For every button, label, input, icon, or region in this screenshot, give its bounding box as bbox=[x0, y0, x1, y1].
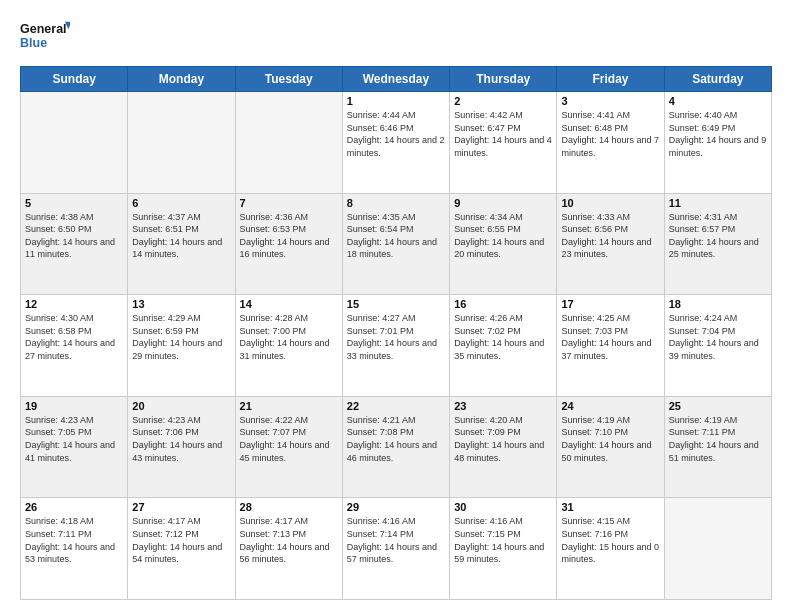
day-cell: 30Sunrise: 4:16 AM Sunset: 7:15 PM Dayli… bbox=[450, 498, 557, 600]
day-cell: 2Sunrise: 4:42 AM Sunset: 6:47 PM Daylig… bbox=[450, 92, 557, 194]
day-cell bbox=[128, 92, 235, 194]
col-header-wednesday: Wednesday bbox=[342, 67, 449, 92]
day-cell: 19Sunrise: 4:23 AM Sunset: 7:05 PM Dayli… bbox=[21, 396, 128, 498]
day-number: 18 bbox=[669, 298, 767, 310]
day-cell: 21Sunrise: 4:22 AM Sunset: 7:07 PM Dayli… bbox=[235, 396, 342, 498]
logo: General Blue bbox=[20, 16, 70, 56]
day-info: Sunrise: 4:29 AM Sunset: 6:59 PM Dayligh… bbox=[132, 312, 230, 362]
day-cell: 27Sunrise: 4:17 AM Sunset: 7:12 PM Dayli… bbox=[128, 498, 235, 600]
day-cell: 20Sunrise: 4:23 AM Sunset: 7:06 PM Dayli… bbox=[128, 396, 235, 498]
day-cell: 11Sunrise: 4:31 AM Sunset: 6:57 PM Dayli… bbox=[664, 193, 771, 295]
day-cell bbox=[21, 92, 128, 194]
day-cell: 23Sunrise: 4:20 AM Sunset: 7:09 PM Dayli… bbox=[450, 396, 557, 498]
day-cell: 5Sunrise: 4:38 AM Sunset: 6:50 PM Daylig… bbox=[21, 193, 128, 295]
day-info: Sunrise: 4:33 AM Sunset: 6:56 PM Dayligh… bbox=[561, 211, 659, 261]
day-info: Sunrise: 4:40 AM Sunset: 6:49 PM Dayligh… bbox=[669, 109, 767, 159]
day-info: Sunrise: 4:37 AM Sunset: 6:51 PM Dayligh… bbox=[132, 211, 230, 261]
day-info: Sunrise: 4:31 AM Sunset: 6:57 PM Dayligh… bbox=[669, 211, 767, 261]
day-info: Sunrise: 4:38 AM Sunset: 6:50 PM Dayligh… bbox=[25, 211, 123, 261]
day-number: 28 bbox=[240, 501, 338, 513]
day-info: Sunrise: 4:41 AM Sunset: 6:48 PM Dayligh… bbox=[561, 109, 659, 159]
day-info: Sunrise: 4:23 AM Sunset: 7:05 PM Dayligh… bbox=[25, 414, 123, 464]
day-cell: 15Sunrise: 4:27 AM Sunset: 7:01 PM Dayli… bbox=[342, 295, 449, 397]
day-info: Sunrise: 4:16 AM Sunset: 7:14 PM Dayligh… bbox=[347, 515, 445, 565]
day-cell: 16Sunrise: 4:26 AM Sunset: 7:02 PM Dayli… bbox=[450, 295, 557, 397]
day-number: 26 bbox=[25, 501, 123, 513]
logo-svg: General Blue bbox=[20, 16, 70, 56]
day-info: Sunrise: 4:30 AM Sunset: 6:58 PM Dayligh… bbox=[25, 312, 123, 362]
day-number: 9 bbox=[454, 197, 552, 209]
day-info: Sunrise: 4:44 AM Sunset: 6:46 PM Dayligh… bbox=[347, 109, 445, 159]
day-cell: 10Sunrise: 4:33 AM Sunset: 6:56 PM Dayli… bbox=[557, 193, 664, 295]
day-cell: 8Sunrise: 4:35 AM Sunset: 6:54 PM Daylig… bbox=[342, 193, 449, 295]
day-info: Sunrise: 4:22 AM Sunset: 7:07 PM Dayligh… bbox=[240, 414, 338, 464]
day-cell: 18Sunrise: 4:24 AM Sunset: 7:04 PM Dayli… bbox=[664, 295, 771, 397]
week-row-4: 19Sunrise: 4:23 AM Sunset: 7:05 PM Dayli… bbox=[21, 396, 772, 498]
day-info: Sunrise: 4:19 AM Sunset: 7:11 PM Dayligh… bbox=[669, 414, 767, 464]
day-number: 6 bbox=[132, 197, 230, 209]
day-number: 31 bbox=[561, 501, 659, 513]
day-number: 10 bbox=[561, 197, 659, 209]
day-number: 23 bbox=[454, 400, 552, 412]
day-number: 5 bbox=[25, 197, 123, 209]
day-number: 27 bbox=[132, 501, 230, 513]
page: General Blue SundayMondayTuesdayWednesda… bbox=[0, 0, 792, 612]
col-header-tuesday: Tuesday bbox=[235, 67, 342, 92]
day-info: Sunrise: 4:42 AM Sunset: 6:47 PM Dayligh… bbox=[454, 109, 552, 159]
day-cell: 7Sunrise: 4:36 AM Sunset: 6:53 PM Daylig… bbox=[235, 193, 342, 295]
col-header-sunday: Sunday bbox=[21, 67, 128, 92]
day-info: Sunrise: 4:25 AM Sunset: 7:03 PM Dayligh… bbox=[561, 312, 659, 362]
day-cell: 22Sunrise: 4:21 AM Sunset: 7:08 PM Dayli… bbox=[342, 396, 449, 498]
day-cell: 6Sunrise: 4:37 AM Sunset: 6:51 PM Daylig… bbox=[128, 193, 235, 295]
day-info: Sunrise: 4:27 AM Sunset: 7:01 PM Dayligh… bbox=[347, 312, 445, 362]
day-cell: 12Sunrise: 4:30 AM Sunset: 6:58 PM Dayli… bbox=[21, 295, 128, 397]
day-info: Sunrise: 4:34 AM Sunset: 6:55 PM Dayligh… bbox=[454, 211, 552, 261]
day-cell bbox=[235, 92, 342, 194]
day-cell: 13Sunrise: 4:29 AM Sunset: 6:59 PM Dayli… bbox=[128, 295, 235, 397]
day-cell: 28Sunrise: 4:17 AM Sunset: 7:13 PM Dayli… bbox=[235, 498, 342, 600]
day-number: 30 bbox=[454, 501, 552, 513]
day-number: 25 bbox=[669, 400, 767, 412]
day-info: Sunrise: 4:17 AM Sunset: 7:12 PM Dayligh… bbox=[132, 515, 230, 565]
col-header-monday: Monday bbox=[128, 67, 235, 92]
day-info: Sunrise: 4:26 AM Sunset: 7:02 PM Dayligh… bbox=[454, 312, 552, 362]
day-number: 22 bbox=[347, 400, 445, 412]
day-cell: 24Sunrise: 4:19 AM Sunset: 7:10 PM Dayli… bbox=[557, 396, 664, 498]
day-info: Sunrise: 4:20 AM Sunset: 7:09 PM Dayligh… bbox=[454, 414, 552, 464]
day-info: Sunrise: 4:23 AM Sunset: 7:06 PM Dayligh… bbox=[132, 414, 230, 464]
week-row-2: 5Sunrise: 4:38 AM Sunset: 6:50 PM Daylig… bbox=[21, 193, 772, 295]
day-info: Sunrise: 4:17 AM Sunset: 7:13 PM Dayligh… bbox=[240, 515, 338, 565]
calendar-table: SundayMondayTuesdayWednesdayThursdayFrid… bbox=[20, 66, 772, 600]
day-info: Sunrise: 4:16 AM Sunset: 7:15 PM Dayligh… bbox=[454, 515, 552, 565]
day-info: Sunrise: 4:21 AM Sunset: 7:08 PM Dayligh… bbox=[347, 414, 445, 464]
day-number: 24 bbox=[561, 400, 659, 412]
calendar-header-row: SundayMondayTuesdayWednesdayThursdayFrid… bbox=[21, 67, 772, 92]
header: General Blue bbox=[20, 16, 772, 56]
col-header-saturday: Saturday bbox=[664, 67, 771, 92]
svg-text:General: General bbox=[20, 22, 67, 36]
day-number: 8 bbox=[347, 197, 445, 209]
day-number: 7 bbox=[240, 197, 338, 209]
day-number: 11 bbox=[669, 197, 767, 209]
day-cell: 31Sunrise: 4:15 AM Sunset: 7:16 PM Dayli… bbox=[557, 498, 664, 600]
day-number: 3 bbox=[561, 95, 659, 107]
day-cell: 17Sunrise: 4:25 AM Sunset: 7:03 PM Dayli… bbox=[557, 295, 664, 397]
day-number: 13 bbox=[132, 298, 230, 310]
day-cell: 14Sunrise: 4:28 AM Sunset: 7:00 PM Dayli… bbox=[235, 295, 342, 397]
day-cell: 3Sunrise: 4:41 AM Sunset: 6:48 PM Daylig… bbox=[557, 92, 664, 194]
day-info: Sunrise: 4:18 AM Sunset: 7:11 PM Dayligh… bbox=[25, 515, 123, 565]
day-number: 15 bbox=[347, 298, 445, 310]
day-number: 14 bbox=[240, 298, 338, 310]
day-info: Sunrise: 4:28 AM Sunset: 7:00 PM Dayligh… bbox=[240, 312, 338, 362]
day-cell: 9Sunrise: 4:34 AM Sunset: 6:55 PM Daylig… bbox=[450, 193, 557, 295]
day-number: 2 bbox=[454, 95, 552, 107]
day-info: Sunrise: 4:19 AM Sunset: 7:10 PM Dayligh… bbox=[561, 414, 659, 464]
day-number: 20 bbox=[132, 400, 230, 412]
day-number: 19 bbox=[25, 400, 123, 412]
day-cell: 4Sunrise: 4:40 AM Sunset: 6:49 PM Daylig… bbox=[664, 92, 771, 194]
day-number: 29 bbox=[347, 501, 445, 513]
day-info: Sunrise: 4:36 AM Sunset: 6:53 PM Dayligh… bbox=[240, 211, 338, 261]
col-header-friday: Friday bbox=[557, 67, 664, 92]
col-header-thursday: Thursday bbox=[450, 67, 557, 92]
day-cell: 1Sunrise: 4:44 AM Sunset: 6:46 PM Daylig… bbox=[342, 92, 449, 194]
